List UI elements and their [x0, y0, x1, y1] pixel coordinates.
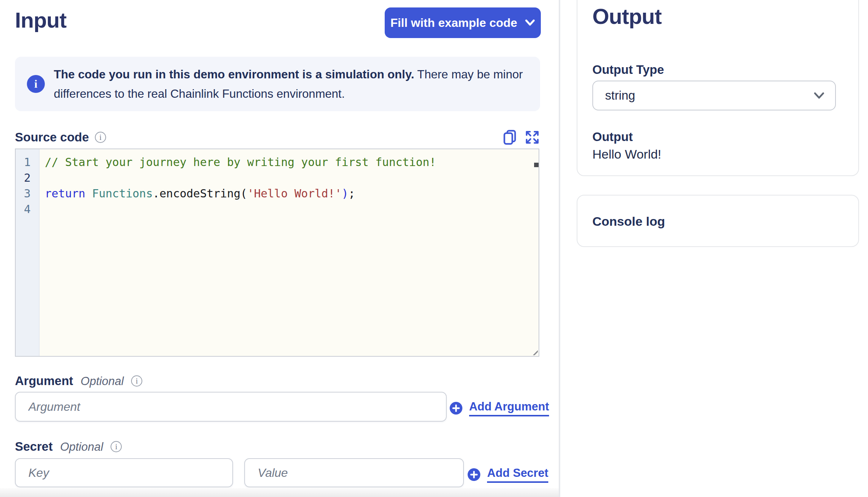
line-number: 1 [16, 154, 39, 170]
expand-icon [525, 130, 539, 144]
line-number: 2 [16, 170, 39, 186]
line-number: 3 [16, 186, 39, 201]
output-card: Output Output Type string Output Hello W… [577, 0, 859, 176]
info-icon: i [27, 75, 45, 93]
code-line: // Start your journey here by writing yo… [45, 154, 533, 170]
functions-playground: Input Fill with example code i The code … [0, 0, 868, 497]
left-panel-bottom-edge [0, 488, 559, 497]
output-type-label: Output Type [592, 63, 664, 77]
secret-label-row: Secret Optional i [15, 440, 122, 454]
code-line [45, 170, 533, 186]
expand-editor-button[interactable] [525, 130, 539, 144]
copy-code-button[interactable] [503, 130, 516, 145]
copy-icon [503, 130, 516, 145]
source-code-label: Source code [15, 130, 89, 144]
panel-divider [559, 0, 560, 497]
editor-code-lines[interactable]: // Start your journey here by writing yo… [40, 149, 533, 356]
plus-circle-icon [468, 468, 480, 481]
secret-optional-label: Optional [60, 440, 103, 454]
code-line [45, 201, 533, 217]
output-result-value: Hello World! [592, 147, 661, 162]
console-log-card: Console log [577, 195, 859, 247]
secret-key-input[interactable] [15, 458, 233, 487]
secret-info-icon[interactable]: i [111, 441, 122, 452]
secret-value-input[interactable] [244, 458, 464, 487]
source-code-header-row: Source code i [15, 130, 539, 145]
secret-label: Secret [15, 440, 53, 454]
code-line: return Functions.encodeString('Hello Wor… [45, 186, 533, 201]
fill-with-example-code-button[interactable]: Fill with example code [385, 7, 541, 38]
line-number: 4 [16, 201, 39, 217]
add-secret-label: Add Secret [487, 466, 548, 483]
chevron-down-icon [813, 92, 825, 99]
editor-scrollbar-thumb[interactable] [534, 163, 539, 167]
argument-label-row: Argument Optional i [15, 374, 142, 388]
input-panel-title: Input [15, 7, 66, 32]
console-log-label: Console log [592, 214, 665, 229]
output-type-selected-value: string [605, 88, 635, 103]
add-secret-button[interactable]: Add Secret [468, 466, 548, 483]
argument-input[interactable] [15, 392, 447, 422]
fill-button-label: Fill with example code [390, 16, 517, 30]
plus-circle-icon [450, 402, 462, 415]
chevron-down-icon [525, 19, 535, 26]
source-code-info-icon[interactable]: i [95, 132, 106, 143]
argument-label: Argument [15, 374, 73, 388]
argument-info-icon[interactable]: i [131, 375, 142, 387]
argument-optional-label: Optional [81, 375, 124, 388]
add-argument-label: Add Argument [469, 400, 549, 416]
source-code-editor[interactable]: 1234 // Start your journey here by writi… [15, 149, 539, 357]
banner-text-bold: The code you run in this demo environmen… [54, 68, 414, 81]
banner-text: The code you run in this demo environmen… [54, 65, 525, 103]
editor-gutter: 1234 [16, 149, 40, 356]
simulation-notice-banner: i The code you run in this demo environm… [15, 57, 540, 111]
add-argument-button[interactable]: Add Argument [450, 400, 549, 416]
output-result-label: Output [592, 130, 633, 144]
output-panel-title: Output [592, 4, 661, 29]
output-type-select[interactable]: string [592, 81, 836, 110]
